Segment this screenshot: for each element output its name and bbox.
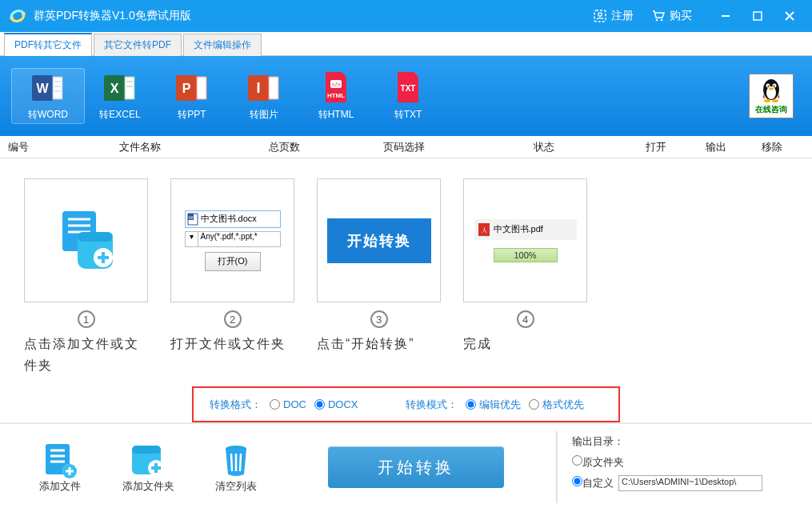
tab-strip: PDF转其它文件 其它文件转PDF 文件编辑操作	[0, 32, 812, 56]
step-2: W 中文图书.docx ▾ Any(*.pdf,*.ppt,* 打开(O) 2 …	[170, 178, 294, 362]
step2-filename-field: W 中文图书.docx	[185, 210, 281, 228]
hdr-name: 文件名称	[56, 140, 224, 154]
tab-pdf-to-other[interactable]: PDF转其它文件	[4, 33, 92, 56]
tool-to-html[interactable]: </>HTML 转HTML	[300, 70, 372, 122]
svg-point-35	[769, 88, 774, 90]
mode-edit-first-radio[interactable]: 编辑优先	[466, 398, 521, 412]
step4-progress-bar: 100%	[494, 248, 558, 262]
svg-rect-61	[132, 446, 161, 454]
step-2-number: 2	[224, 310, 242, 328]
format-toolbar: W 转WORD X 转EXCEL P 转PPT I 转图片 </>HTML 转H…	[0, 56, 812, 136]
add-file-illustration-icon	[50, 205, 122, 277]
start-convert-button[interactable]: 开始转换	[328, 446, 504, 488]
hdr-output: 输出	[688, 140, 744, 154]
hdr-pages: 总页数	[224, 140, 344, 154]
step4-output-file: 人 中文图书.pdf	[474, 219, 577, 240]
word-icon: W	[32, 70, 64, 106]
mode-label: 转换模式：	[406, 398, 458, 412]
svg-point-33	[768, 86, 770, 87]
steps-guide: 1 点击添加文件或文件夹 W 中文图书.docx ▾ Any(*.pdf,*.p…	[0, 158, 812, 382]
hdr-pagesel: 页码选择	[344, 140, 464, 154]
tab-file-edit[interactable]: 文件编辑操作	[183, 34, 262, 56]
tool-to-txt[interactable]: TXT 转TXT	[372, 70, 444, 122]
hdr-num: 编号	[8, 140, 56, 154]
step-3-number: 3	[370, 310, 388, 328]
app-logo-icon	[6, 5, 29, 27]
excel-icon: X	[104, 70, 136, 106]
svg-text:I: I	[256, 80, 260, 96]
svg-point-2	[656, 19, 658, 22]
format-label: 转换格式：	[210, 398, 262, 412]
chevron-down-icon: ▾	[186, 232, 198, 246]
tool-to-ppt[interactable]: P 转PPT	[156, 70, 228, 122]
conversion-options: 转换格式： DOC DOCX 转换模式： 编辑优先 格式优先	[192, 386, 620, 422]
step-1-number: 1	[78, 310, 95, 328]
register-button[interactable]: 注册	[593, 9, 634, 23]
svg-text:W: W	[188, 214, 193, 219]
step-3-text: 点击“开始转换”	[317, 333, 441, 354]
hdr-remove: 移除	[744, 140, 800, 154]
svg-rect-43	[78, 232, 113, 242]
step2-filter-dropdown: ▾ Any(*.pdf,*.ppt,*	[185, 231, 281, 247]
svg-point-3	[661, 19, 663, 22]
maximize-button[interactable]	[742, 0, 774, 32]
output-panel: 输出目录： 原文件夹 自定义 C:\Users\ADMINI~1\Desktop…	[556, 431, 796, 503]
txt-icon: TXT	[392, 70, 424, 106]
tool-to-image[interactable]: I 转图片	[228, 70, 300, 122]
svg-text:X: X	[110, 82, 119, 95]
svg-text:</>: </>	[331, 81, 341, 88]
pdf-file-icon: 人	[478, 222, 490, 237]
output-path-input[interactable]: C:\Users\ADMINI~1\Desktop\	[618, 475, 762, 491]
svg-point-1	[598, 13, 602, 16]
step-2-text: 打开文件或文件夹	[170, 333, 294, 354]
step-1-text: 点击添加文件或文件夹	[24, 333, 148, 376]
step-1: 1 点击添加文件或文件夹	[24, 178, 148, 362]
hdr-status: 状态	[464, 140, 624, 154]
svg-text:TXT: TXT	[401, 84, 416, 93]
tab-other-to-pdf[interactable]: 其它文件转PDF	[94, 34, 182, 56]
output-custom-radio[interactable]: 自定义	[572, 476, 614, 490]
output-dir-label: 输出目录：	[572, 434, 624, 449]
svg-rect-16	[125, 77, 134, 99]
step2-open-button[interactable]: 打开(O)	[205, 252, 261, 271]
add-file-icon	[41, 441, 79, 479]
add-folder-button[interactable]: 添加文件夹	[104, 441, 192, 494]
svg-text:HTML: HTML	[327, 92, 345, 99]
hdr-open: 打开	[624, 140, 688, 154]
output-same-folder-radio[interactable]: 原文件夹	[572, 455, 624, 470]
qq-penguin-icon	[759, 77, 783, 104]
mode-layout-first-radio[interactable]: 格式优先	[529, 398, 584, 412]
buy-button[interactable]: 购买	[651, 9, 692, 23]
add-folder-icon	[129, 441, 167, 479]
step-3: 开始转换 3 点击“开始转换”	[317, 178, 441, 362]
svg-rect-21	[197, 77, 206, 99]
minimize-button[interactable]	[710, 0, 742, 32]
step-4-text: 完成	[463, 333, 587, 354]
step-4: 人 中文图书.pdf 100% 4 完成	[463, 178, 587, 362]
list-headers: 编号 文件名称 总页数 页码选择 状态 打开 输出 移除	[0, 136, 812, 158]
image-icon: I	[248, 70, 280, 106]
svg-point-34	[774, 86, 775, 87]
tool-to-word[interactable]: W 转WORD	[12, 69, 84, 123]
clear-list-button[interactable]: 清空列表	[192, 441, 280, 494]
titlebar: 群英PDF转换器V1.0免费试用版 注册 购买	[0, 0, 812, 32]
svg-text:W: W	[36, 82, 49, 95]
svg-point-36	[764, 99, 770, 102]
tool-to-excel[interactable]: X 转EXCEL	[84, 70, 156, 122]
svg-rect-5	[754, 12, 762, 20]
svg-text:P: P	[182, 82, 191, 95]
format-docx-radio[interactable]: DOCX	[314, 398, 358, 410]
bottom-bar: 添加文件 添加文件夹 清空列表 开始转换 输出目录： 原文件夹 自定义 C:\U…	[0, 422, 812, 504]
svg-line-66	[231, 454, 232, 471]
close-button[interactable]	[774, 0, 806, 32]
qq-support-button[interactable]: 在线咨询	[749, 74, 794, 118]
svg-text:人: 人	[481, 227, 486, 234]
docx-file-icon: W	[187, 213, 198, 226]
svg-rect-10	[53, 77, 62, 99]
html-icon: </>HTML	[320, 70, 352, 106]
add-file-button[interactable]: 添加文件	[16, 441, 104, 494]
step-4-number: 4	[517, 310, 534, 328]
format-doc-radio[interactable]: DOC	[270, 398, 306, 410]
svg-point-37	[772, 99, 778, 102]
app-title: 群英PDF转换器V1.0免费试用版	[34, 9, 191, 23]
